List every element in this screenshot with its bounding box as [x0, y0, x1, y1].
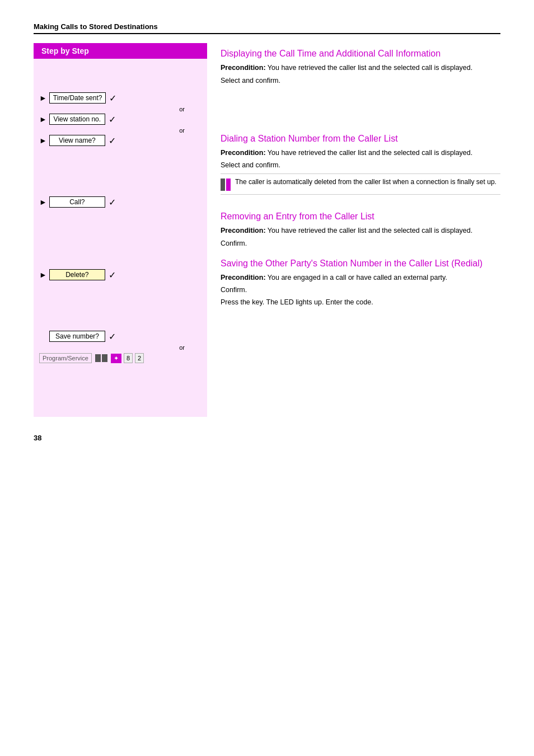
step-box-delete: Delete? [49, 269, 105, 280]
or-row-2: or [39, 127, 185, 134]
page-header-title: Making Calls to Stored Destinations [34, 22, 158, 31]
arrow-icon-4: ► [39, 198, 47, 206]
action-2: Select and confirm. [221, 161, 500, 169]
precondition-2: Precondition: You have retrieved the cal… [221, 148, 500, 158]
page-header: Making Calls to Stored Destinations [34, 22, 500, 34]
note-bar-2 [226, 179, 231, 191]
action-1: Select and confirm. [221, 77, 500, 84]
action-3: Confirm. [221, 240, 500, 247]
action-key-4: Press the key. The LED lights up. Enter … [221, 298, 500, 306]
step-row-delete: ► Delete? ✓ [39, 269, 202, 280]
step-by-step-body: ► Time/Date sent? ✓ or ► View station no… [34, 59, 207, 417]
section-title-4: Saving the Other Party's Station Number … [221, 259, 500, 269]
content-section-4: Saving the Other Party's Station Number … [221, 259, 500, 307]
arrow-icon-1: ► [39, 93, 47, 102]
or-row-1: or [39, 106, 185, 112]
check-icon-5: ✓ [109, 270, 116, 280]
step-box-save-number: Save number? [49, 331, 105, 342]
check-icon-1: ✓ [109, 93, 116, 104]
step-row-call: ► Call? ✓ [39, 196, 202, 208]
section-title-2: Dialing a Station Number from the Caller… [221, 134, 500, 144]
check-icon-4: ✓ [109, 197, 116, 208]
note-bar-1 [221, 179, 225, 191]
content-section-1: Displaying the Call Time and Additional … [221, 49, 500, 84]
step-section-4: Save number? ✓ or Program/Service ✦ 8 2 [39, 286, 202, 363]
precondition-4: Precondition: You are engaged in a call … [221, 273, 500, 283]
program-service-row: Program/Service ✦ 8 2 [39, 353, 202, 363]
led-bar-1 [95, 354, 107, 362]
step-section-2: ► Call? ✓ [39, 152, 202, 208]
step-row-view-station: ► View station no. ✓ [39, 114, 202, 125]
check-icon-3: ✓ [109, 135, 116, 146]
precondition-1: Precondition: You have retrieved the cal… [221, 63, 500, 73]
key-star: ✦ [111, 354, 121, 363]
arrow-icon-3: ► [39, 136, 47, 145]
content-section-3: Removing an Entry from the Caller List P… [221, 212, 500, 247]
arrow-icon-2: ► [39, 115, 47, 124]
section-title-1: Displaying the Call Time and Additional … [221, 49, 500, 59]
step-row-time-date: ► Time/Date sent? ✓ [39, 92, 202, 104]
check-icon-6: ✓ [109, 331, 116, 342]
step-by-step-header: Step by Step [34, 43, 207, 59]
note-box-2: The caller is automatically deleted from… [221, 173, 500, 195]
section-title-3: Removing an Entry from the Caller List [221, 212, 500, 222]
step-row-save-number: Save number? ✓ [39, 331, 202, 342]
step-box-view-station: View station no. [49, 114, 105, 125]
note-icon-2 [221, 179, 231, 191]
note-text-2: The caller is automatically deleted from… [235, 177, 496, 187]
program-service-box: Program/Service [39, 353, 92, 363]
left-panel: Step by Step ► Time/Date sent? ✓ or ► Vi… [34, 43, 207, 417]
key-8: 8 [124, 353, 133, 363]
step-row-view-name: ► View name? ✓ [39, 135, 202, 146]
page-number: 38 [34, 434, 500, 442]
key-2: 2 [135, 353, 144, 363]
content-section-2: Dialing a Station Number from the Caller… [221, 134, 500, 195]
step-section-3: ► Delete? ✓ [39, 213, 202, 280]
step-box-time-date: Time/Date sent? [49, 92, 106, 104]
step-box-view-name: View name? [49, 135, 105, 146]
check-icon-2: ✓ [109, 114, 116, 125]
step-box-call: Call? [49, 196, 105, 208]
step-section-1: ► Time/Date sent? ✓ or ► View station no… [39, 64, 202, 146]
arrow-icon-5: ► [39, 270, 47, 279]
action-confirm-4: Confirm. [221, 286, 500, 294]
right-panel: Displaying the Call Time and Additional … [207, 43, 500, 417]
or-row-3: or [39, 344, 185, 351]
precondition-3: Precondition: You have retrieved the cal… [221, 226, 500, 236]
